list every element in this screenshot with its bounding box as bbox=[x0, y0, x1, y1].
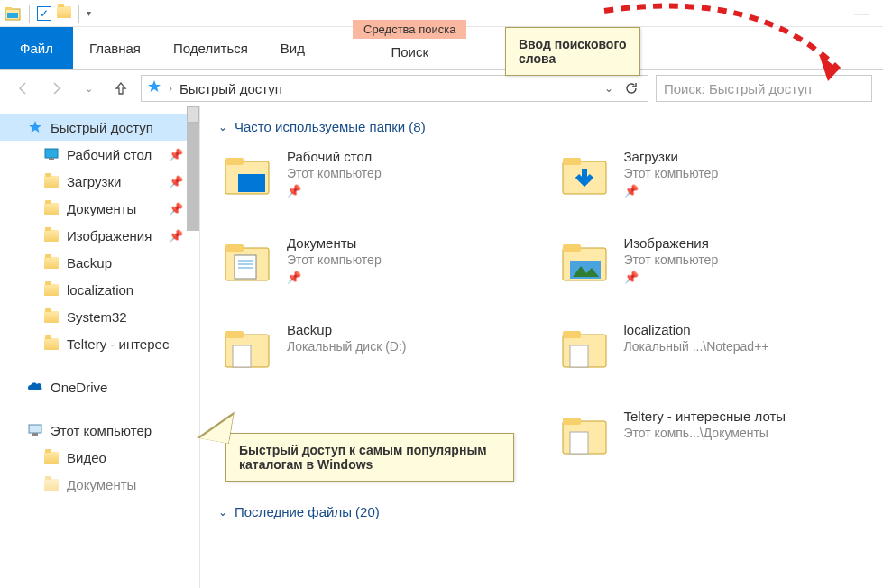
downloads-icon bbox=[43, 173, 60, 189]
svg-rect-25 bbox=[225, 331, 244, 338]
tab-file[interactable]: Файл bbox=[0, 27, 73, 69]
desktop-folder-icon bbox=[218, 147, 276, 205]
folder-location: Этот компьютер bbox=[287, 166, 382, 180]
folder-name: Teltery - интересные лоты bbox=[624, 409, 786, 424]
tree-item-downloads[interactable]: Загрузки 📌 bbox=[0, 168, 199, 195]
nav-up-button[interactable] bbox=[108, 76, 133, 101]
folder-name: localization bbox=[624, 322, 769, 337]
tree-item-system32[interactable]: System32 bbox=[0, 303, 199, 330]
pictures-folder-icon bbox=[556, 234, 613, 291]
folder-item-teltery[interactable]: Teltery - интересные лоты Этот компь...\… bbox=[556, 407, 866, 486]
tree-label: OneDrive bbox=[51, 380, 107, 395]
svg-rect-29 bbox=[570, 345, 588, 367]
tree-quick-access[interactable]: Быстрый доступ bbox=[0, 114, 199, 141]
tree-label: Backup bbox=[67, 255, 112, 271]
folder-item-backup[interactable]: Backup Локальный диск (D:) bbox=[218, 320, 529, 400]
qa-folder-icon[interactable] bbox=[57, 5, 71, 22]
tree-item-desktop[interactable]: Рабочий стол 📌 bbox=[0, 141, 199, 168]
tab-home[interactable]: Главная bbox=[73, 27, 157, 69]
svg-rect-13 bbox=[563, 158, 581, 165]
folder-icon bbox=[43, 281, 60, 298]
folder-item-desktop[interactable]: Рабочий стол Этот компьютер 📌 bbox=[218, 147, 529, 226]
nav-history-dropdown[interactable]: ⌄ bbox=[76, 76, 101, 101]
tree-item-pictures[interactable]: Изображения 📌 bbox=[0, 222, 199, 249]
nav-tree: Быстрый доступ Рабочий стол 📌 Загрузки 📌… bbox=[0, 106, 199, 505]
group-frequent-folders[interactable]: ⌄ Часто используемые папки (8) bbox=[218, 119, 865, 134]
breadcrumb-quick-access[interactable]: Быстрый доступ bbox=[179, 81, 282, 96]
refresh-button[interactable] bbox=[621, 78, 642, 99]
chevron-down-icon: ⌄ bbox=[218, 506, 227, 519]
tree-onedrive[interactable]: OneDrive bbox=[0, 373, 199, 400]
addressbar-row: ⌄ › Быстрый доступ ⌄ Поиск: Быстрый дост… bbox=[0, 70, 883, 106]
folder-item-downloads[interactable]: Загрузки Этот компьютер 📌 bbox=[556, 147, 866, 226]
pin-icon: 📌 bbox=[169, 175, 183, 188]
tree-label: Этот компьютер bbox=[51, 423, 152, 438]
addressbar[interactable]: › Быстрый доступ ⌄ bbox=[141, 75, 648, 102]
minimize-button[interactable]: — bbox=[843, 5, 879, 22]
scrollbar-thumb[interactable] bbox=[187, 123, 199, 231]
folder-name: Backup bbox=[287, 322, 407, 337]
qa-checkbox-icon[interactable]: ✓ bbox=[37, 6, 51, 21]
folder-item-documents[interactable]: Документы Этот компьютер 📌 bbox=[218, 234, 529, 313]
tree-label: Рабочий стол bbox=[67, 147, 152, 162]
search-input[interactable]: Поиск: Быстрый доступ bbox=[656, 75, 872, 102]
folder-location: Этот компь...\Документы bbox=[624, 426, 786, 440]
svg-marker-4 bbox=[29, 121, 41, 133]
tree-item-teltery[interactable]: Teltery - интерес bbox=[0, 330, 199, 357]
folder-icon bbox=[43, 254, 60, 271]
chevron-right-icon[interactable]: › bbox=[169, 82, 172, 95]
tree-label: Изображения bbox=[67, 228, 152, 243]
callout-text: Быстрый доступ к самым популярным катало… bbox=[239, 443, 487, 472]
svg-rect-11 bbox=[238, 174, 265, 192]
pin-icon: 📌 bbox=[624, 271, 719, 284]
addressbar-dropdown-icon[interactable]: ⌄ bbox=[604, 82, 613, 95]
downloads-folder-icon bbox=[556, 147, 613, 205]
tab-share[interactable]: Поделиться bbox=[157, 27, 264, 69]
documents-icon bbox=[43, 476, 60, 492]
pin-icon: 📌 bbox=[169, 148, 183, 161]
tree-label: System32 bbox=[67, 309, 127, 325]
folder-icon-big bbox=[556, 320, 613, 378]
svg-rect-32 bbox=[570, 432, 588, 454]
folder-location: Этот компьютер bbox=[287, 253, 382, 267]
tree-item-backup[interactable]: Backup bbox=[0, 249, 199, 276]
callout-text: Ввод поискового слова bbox=[519, 37, 627, 66]
svg-rect-31 bbox=[563, 418, 581, 425]
folder-location: Этот компьютер bbox=[624, 253, 719, 267]
svg-marker-3 bbox=[148, 80, 161, 92]
nav-back-button[interactable] bbox=[11, 76, 36, 101]
pictures-icon bbox=[43, 227, 60, 243]
tree-item-documents-pc[interactable]: Документы bbox=[0, 471, 199, 498]
folder-item-localization[interactable]: localization Локальный ...\Notepad++ bbox=[556, 320, 866, 400]
qa-dropdown-icon[interactable]: ▾ bbox=[87, 8, 91, 18]
tree-item-videos[interactable]: Видео bbox=[0, 444, 199, 471]
context-label: Средства поиска bbox=[353, 20, 466, 39]
nav-forward-button[interactable] bbox=[43, 76, 69, 101]
pin-icon: 📌 bbox=[287, 184, 382, 198]
folder-location: Локальный диск (D:) bbox=[287, 339, 407, 354]
svg-rect-8 bbox=[32, 433, 38, 436]
tree-label: Документы bbox=[67, 477, 136, 492]
chevron-down-icon: ⌄ bbox=[218, 121, 227, 133]
tree-this-pc[interactable]: Этот компьютер bbox=[0, 417, 199, 444]
star-icon bbox=[27, 119, 43, 135]
folder-location: Этот компьютер bbox=[624, 166, 719, 180]
separator bbox=[78, 5, 79, 23]
svg-rect-10 bbox=[225, 158, 244, 165]
tree-label: Документы bbox=[67, 201, 136, 216]
folder-name: Рабочий стол bbox=[287, 149, 382, 164]
folder-icon bbox=[43, 335, 60, 352]
svg-rect-1 bbox=[5, 7, 12, 10]
this-pc-icon bbox=[27, 422, 43, 438]
content-pane: ⌄ Часто используемые папки (8) Рабочий с… bbox=[200, 106, 883, 588]
tab-view[interactable]: Вид bbox=[264, 27, 321, 69]
tab-search[interactable]: Поиск bbox=[353, 39, 466, 63]
search-placeholder: Поиск: Быстрый доступ bbox=[664, 81, 812, 96]
desktop-icon bbox=[43, 146, 60, 162]
folder-item-pictures[interactable]: Изображения Этот компьютер 📌 bbox=[556, 234, 866, 313]
scrollbar-up[interactable] bbox=[187, 106, 199, 123]
group-recent-files[interactable]: ⌄ Последние файлы (20) bbox=[218, 504, 865, 519]
tree-label: Быстрый доступ bbox=[51, 120, 153, 135]
tree-item-localization[interactable]: localization bbox=[0, 276, 199, 303]
tree-item-documents[interactable]: Документы 📌 bbox=[0, 195, 199, 222]
